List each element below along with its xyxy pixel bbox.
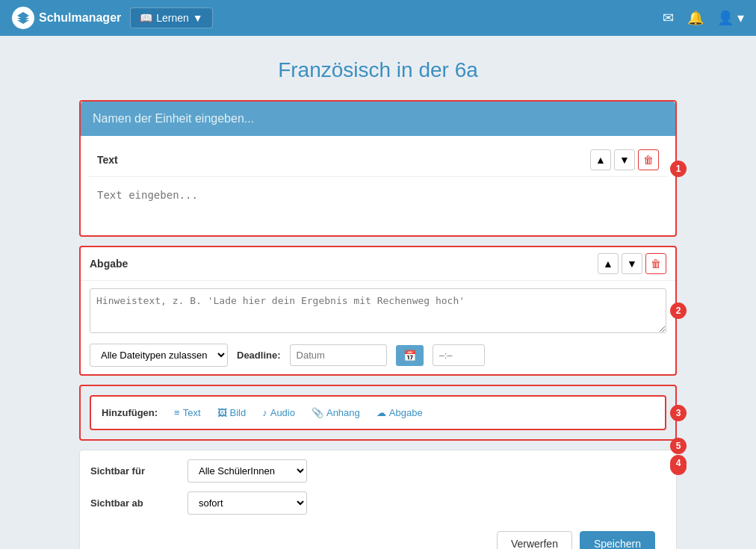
- discard-button[interactable]: Verwerfen: [497, 531, 572, 549]
- add-section-border: Hinzufügen: ≡ Text 🖼 Bild ♪ Audio �: [79, 385, 677, 441]
- logo-icon: [12, 7, 34, 29]
- nav-lernen-button[interactable]: 📖 Lernen ▼: [130, 7, 212, 28]
- add-abgabe-label: Abgabe: [389, 407, 423, 418]
- settings-wrapper: Sichtbar für Alle SchülerInnen 4 Sichtba…: [79, 450, 677, 549]
- add-audio-button[interactable]: ♪ Audio: [256, 404, 301, 421]
- visible-from-label: Sichtbar ab: [90, 497, 188, 509]
- header-right: ✉ 🔔 👤 ▾: [663, 10, 744, 26]
- cloud-icon: ☁: [377, 407, 386, 418]
- nav-label: Lernen: [156, 12, 189, 24]
- abgabe-delete-button[interactable]: 🗑: [645, 253, 666, 274]
- badge-3: 3: [670, 405, 687, 421]
- badge-4: 4: [670, 455, 687, 471]
- abgabe-block-header: Abgabe ▲ ▼ 🗑: [81, 247, 675, 281]
- deadline-label: Deadline:: [237, 350, 281, 361]
- add-bild-label: Bild: [230, 407, 247, 418]
- add-label: Hinzufügen:: [102, 407, 158, 418]
- logo: Schulmanager: [12, 7, 121, 29]
- text-move-down-button[interactable]: ▼: [614, 149, 635, 170]
- text-list-icon: ≡: [174, 407, 180, 418]
- visible-for-row: Sichtbar für Alle SchülerInnen 4: [90, 459, 666, 483]
- abgabe-block-content: Alle Dateitypen zulassen Deadline: 📅: [81, 281, 675, 374]
- add-abgabe-button[interactable]: ☁ Abgabe: [371, 404, 429, 421]
- image-icon: 🖼: [217, 407, 227, 418]
- main-content: Französisch in der 6a Text ▲ ▼ 🗑: [0, 36, 756, 549]
- badge-2: 2: [670, 303, 687, 319]
- add-bild-button[interactable]: 🖼 Bild: [211, 404, 252, 421]
- logo-text: Schulmanager: [39, 11, 121, 25]
- abgabe-block-actions: ▲ ▼ 🗑: [598, 253, 666, 274]
- text-block-header: Text ▲ ▼ 🗑: [88, 143, 668, 177]
- audio-icon: ♪: [262, 407, 267, 418]
- deadline-date-input[interactable]: [290, 344, 387, 366]
- user-icon[interactable]: 👤 ▾: [717, 10, 744, 26]
- name-input-section: [81, 102, 675, 136]
- visible-for-label: Sichtbar für: [90, 465, 188, 477]
- visible-from-select[interactable]: sofort: [188, 491, 307, 515]
- add-text-label: Text: [183, 407, 201, 418]
- text-move-up-button[interactable]: ▲: [590, 149, 611, 170]
- visible-from-row: Sichtbar ab sofort: [90, 491, 666, 515]
- page-title: Französisch in der 6a: [15, 58, 741, 82]
- file-type-select[interactable]: Alle Dateitypen zulassen: [90, 344, 228, 367]
- block2-wrapper: Abgabe ▲ ▼ 🗑 Alle Dateitypen zulassen De…: [79, 246, 677, 376]
- action-row: Verwerfen Speichern: [90, 524, 666, 549]
- bell-icon[interactable]: 🔔: [687, 10, 704, 26]
- deadline-time-input[interactable]: [433, 344, 485, 366]
- add-anhang-button[interactable]: 📎 Anhang: [306, 404, 366, 421]
- save-btn-wrapper: Speichern: [580, 531, 655, 549]
- add-text-button[interactable]: ≡ Text: [168, 404, 206, 421]
- abgabe-move-up-button[interactable]: ▲: [598, 253, 619, 274]
- text-content-input[interactable]: [97, 184, 659, 217]
- header-left: Schulmanager 📖 Lernen ▼: [12, 7, 213, 29]
- settings-section: Sichtbar für Alle SchülerInnen 4 Sichtba…: [79, 450, 677, 549]
- save-button[interactable]: Speichern: [580, 531, 655, 549]
- logo-svg: [16, 10, 31, 25]
- nav-book-icon: 📖: [140, 12, 152, 24]
- text-block: Text ▲ ▼ 🗑: [88, 143, 668, 228]
- block2-border: Abgabe ▲ ▼ 🗑 Alle Dateitypen zulassen De…: [79, 246, 677, 376]
- block1-border: Text ▲ ▼ 🗑: [79, 100, 677, 237]
- header: Schulmanager 📖 Lernen ▼ ✉ 🔔 👤 ▾: [0, 0, 756, 36]
- block1-wrapper: Text ▲ ▼ 🗑 1: [79, 100, 677, 237]
- add-section: Hinzufügen: ≡ Text 🖼 Bild ♪ Audio �: [90, 395, 666, 430]
- text-block-title: Text: [97, 154, 118, 166]
- badge-5: 5: [670, 438, 687, 454]
- abgabe-hint-input[interactable]: [90, 288, 666, 333]
- abgabe-move-down-button[interactable]: ▼: [622, 253, 642, 274]
- add-section-wrapper: Hinzufügen: ≡ Text 🖼 Bild ♪ Audio �: [79, 385, 677, 441]
- calendar-button[interactable]: 📅: [396, 345, 424, 366]
- nav-chevron-icon: ▼: [193, 12, 203, 24]
- add-anhang-label: Anhang: [326, 407, 360, 418]
- add-audio-label: Audio: [270, 407, 295, 418]
- visible-for-select[interactable]: Alle SchülerInnen: [188, 459, 307, 483]
- text-block-actions: ▲ ▼ 🗑: [590, 149, 659, 170]
- abgabe-options-row: Alle Dateitypen zulassen Deadline: 📅: [90, 344, 666, 367]
- unit-name-input[interactable]: [81, 102, 675, 136]
- paperclip-icon: 📎: [312, 407, 323, 418]
- badge-1: 1: [670, 161, 687, 177]
- abgabe-block-title: Abgabe: [90, 258, 128, 270]
- mail-icon[interactable]: ✉: [663, 10, 674, 26]
- form-container: Text ▲ ▼ 🗑 1 Abgabe: [79, 100, 677, 549]
- text-delete-button[interactable]: 🗑: [638, 149, 659, 170]
- text-block-content: [88, 177, 668, 228]
